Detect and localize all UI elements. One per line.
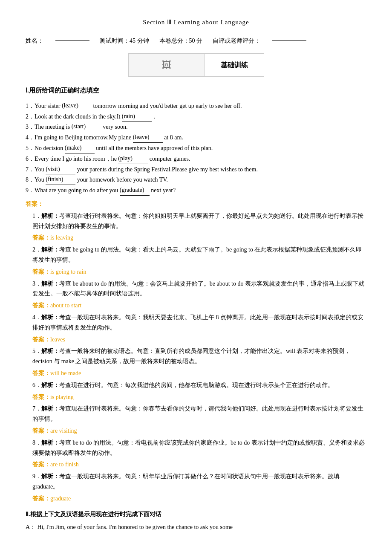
answer-2: 2．解析：考查 be going to 的用法。句意：看天上的乌云。天就要下雨了… [26,245,366,277]
answer-7: 7．解析：考查现在进行时表将来。句意：你春节去看你的父母时，请代我向他们问好。此… [26,404,366,436]
answer-9: 9．解析：考查一般现在时表将来。句意：明年毕业后你打算做什么？在时间状语从句中用… [26,471,366,503]
section-ii-intro: A： Hi, I'm Jim, one of your fans. I'm ho… [26,522,366,532]
q6-text: 6．Every time I go into his room，he (play… [26,153,366,164]
questions-container: 1．Your sister (leave) tomorrow morning a… [26,101,366,196]
q9-text: 9．What are you going to do after you (gr… [26,185,366,196]
answers-label: 答案： [26,201,43,207]
name-label: 姓名： [26,36,43,46]
page-title: Section Ⅲ Learning about Language [26,17,366,28]
q2-text: 2．Look at the dark clouds in the sky.It … [26,111,366,122]
question-1: 1．Your sister (leave) tomorrow morning a… [26,101,366,196]
answer-8: 8．解析：考查 be to do 的用法。句意：看电视前你应该完成你的家庭作业。… [26,438,366,470]
header-info: 姓名： 测试时间：45 分钟 本卷总分：50 分 自评或老师评分： [26,36,366,46]
answer-3: 3．解析：考查 be about to do 的用法。句意：会议马上就要开始了。… [26,279,366,311]
self-eval-blank [272,40,306,41]
section-i-title: Ⅰ.用所给词的正确时态填空 [26,85,366,96]
q1-text: 1．Your sister (leave) tomorrow morning a… [26,101,366,111]
banner-image [128,53,205,77]
answer-1: 1．解析：考查现在进行时表将来。句意：你的姐姐明天早上就要离开了，你最好起早点去… [26,211,366,243]
answer-4: 4．解析：考查一般现在时表将来。句意：我明天要去北京。飞机上午 8 点钟离开。此… [26,312,366,344]
q4-text: 4．I'm going to Beijing tomorrow.My plane… [26,132,366,143]
self-eval-label: 自评或老师评分： [213,36,260,46]
name-blank [55,40,89,41]
answers-section: 答案： [26,199,366,209]
q3-text: 3．The meeting is (start) very soon. [26,121,366,132]
answer-6: 6．解析：考查现在进行时。句意：每次我进他的房间，他都在玩电脑游戏。现在进行时表… [26,380,366,402]
banner-label: 基础训练 [205,53,264,77]
time-label: 测试时间：45 分钟 [100,36,149,46]
banner-box: 基础训练 [26,53,366,77]
answer-5: 5．解析：考查一般将来时的被动语态。句意：直到所有的成员都同意这个计划，才能作出… [26,346,366,378]
q7-text: 7．You (visit) your parents during the Sp… [26,164,366,175]
q8-text: 8．You (finish) your homework before you … [26,174,366,185]
total-label: 本卷总分：50 分 [159,36,203,46]
q5-text: 5．No decision (make) until all the membe… [26,143,366,153]
section-ii-title: Ⅱ.根据上下文及汉语提示用现在进行时完成下面对话 [26,509,366,520]
